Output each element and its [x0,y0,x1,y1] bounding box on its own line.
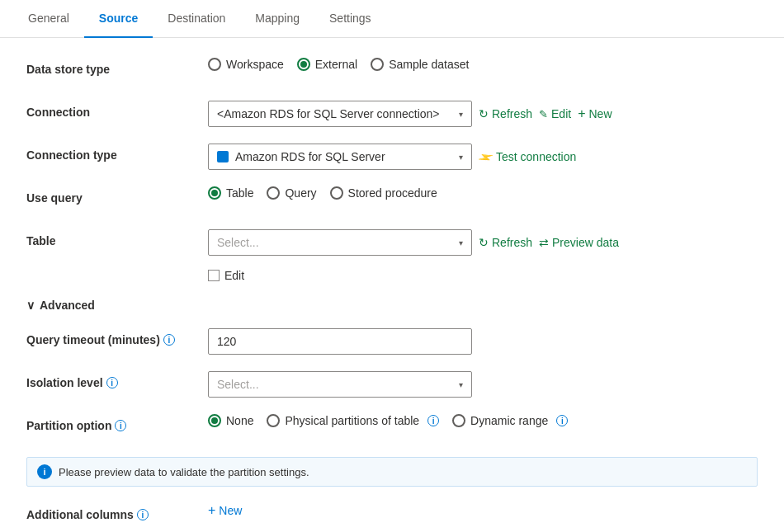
isolation-level-controls: Select... ▾ [208,371,758,398]
connection-chevron-icon: ▾ [459,110,463,119]
connection-new-plus-icon: + [578,106,585,121]
table-edit-checkbox[interactable] [208,270,220,281]
isolation-level-placeholder: Select... [217,378,452,391]
data-store-type-label: Data store type [26,58,208,76]
use-query-controls: Table Query Stored procedure [208,186,758,200]
data-store-type-row: Data store type Workspace External Sampl… [26,58,758,84]
connection-new-link[interactable]: + New [578,106,612,121]
table-refresh-icon: ↻ [479,236,489,249]
connection-type-value: Amazon RDS for SQL Server [235,150,452,163]
isolation-level-row: Isolation level i Select... ▾ [26,371,758,398]
tab-general[interactable]: General [13,0,84,38]
radio-sample-outer [371,58,384,71]
connection-refresh-label: Refresh [492,107,532,120]
data-store-type-controls: Workspace External Sample dataset [208,58,758,71]
query-timeout-input[interactable] [208,328,472,355]
radio-table[interactable]: Table [208,186,253,200]
connection-type-chevron-icon: ▾ [459,153,463,162]
radio-physical-info-icon: i [427,415,439,426]
partition-option-info-icon: i [115,420,126,431]
partition-option-row: Partition option i None Physical partiti… [26,414,758,440]
table-refresh-link[interactable]: ↻ Refresh [479,236,532,249]
test-connection-label: Test connection [496,150,576,163]
additional-columns-plus-icon: + [208,503,215,518]
radio-workspace[interactable]: Workspace [208,58,284,71]
use-query-row: Use query Table Query Stored procedure [26,186,758,213]
radio-none-outer [208,414,221,427]
partition-option-controls: None Physical partitions of table i Dyna… [208,414,758,427]
radio-workspace-label: Workspace [226,58,284,71]
connection-refresh-link[interactable]: ↻ Refresh [479,107,532,120]
isolation-level-label: Isolation level i [26,371,208,389]
info-banner-text: Please preview data to validate the part… [59,466,309,478]
use-query-radio-group: Table Query Stored procedure [208,186,437,200]
table-edit-checkbox-label: Edit [224,269,244,282]
radio-physical[interactable]: Physical partitions of table i [267,414,439,427]
table-placeholder: Select... [217,236,452,249]
tab-settings[interactable]: Settings [314,0,386,38]
partition-option-label: Partition option i [26,414,208,432]
connection-edit-icon: ✎ [539,108,548,120]
table-dropdown[interactable]: Select... ▾ [208,229,472,256]
table-chevron-icon: ▾ [459,238,463,247]
radio-query-label: Query [285,186,316,200]
radio-dynamic-outer [452,414,465,427]
table-preview-icon: ⇄ [539,236,549,249]
radio-dynamic[interactable]: Dynamic range i [452,414,568,427]
isolation-level-dropdown[interactable]: Select... ▾ [208,371,472,398]
radio-query[interactable]: Query [267,186,316,200]
info-banner: i Please preview data to validate the pa… [26,457,758,487]
use-query-label: Use query [26,186,208,205]
table-edit-checkbox-wrapper[interactable]: Edit [208,269,244,282]
radio-physical-outer [267,414,280,427]
additional-columns-new-button[interactable]: + New [208,503,242,518]
radio-none-label: None [226,414,253,427]
tab-destination[interactable]: Destination [153,0,240,38]
connection-type-label: Connection type [26,144,208,162]
tab-bar: General Source Destination Mapping Setti… [0,0,784,38]
advanced-toggle[interactable]: ∨ Advanced [26,299,758,312]
additional-columns-label: Additional columns i [26,503,208,521]
radio-physical-label: Physical partitions of table [285,414,419,427]
radio-table-inner [211,190,218,196]
radio-stored-proc-outer [330,186,343,200]
data-store-type-radio-group: Workspace External Sample dataset [208,58,469,71]
radio-table-label: Table [226,186,253,200]
table-refresh-label: Refresh [492,236,532,249]
connection-dropdown[interactable]: <Amazon RDS for SQL Server connection> ▾ [208,101,472,127]
connection-value: <Amazon RDS for SQL Server connection> [217,107,452,120]
table-controls: Select... ▾ ↻ Refresh ⇄ Preview data Edi… [208,229,758,282]
tab-mapping[interactable]: Mapping [240,0,314,38]
query-timeout-row: Query timeout (minutes) i [26,328,758,355]
radio-none[interactable]: None [208,414,253,427]
isolation-level-chevron-icon: ▾ [459,380,463,389]
radio-dynamic-label: Dynamic range [470,414,548,427]
query-timeout-info-icon: i [163,334,175,346]
connection-type-row: Connection type Amazon RDS for SQL Serve… [26,144,758,170]
additional-columns-controls: + New [208,503,758,518]
radio-sample-label: Sample dataset [389,58,469,71]
radio-sample[interactable]: Sample dataset [371,58,469,71]
advanced-collapse-icon: ∨ [26,299,35,312]
connection-type-dropdown[interactable]: Amazon RDS for SQL Server ▾ [208,144,472,170]
radio-external-inner [300,61,307,68]
conn-type-icon [217,151,229,162]
advanced-label: Advanced [40,299,95,312]
connection-refresh-icon: ↻ [479,107,489,120]
additional-columns-row: Additional columns i + New [26,503,758,530]
connection-type-controls: Amazon RDS for SQL Server ▾ ⚡ Test conne… [208,144,758,170]
radio-external[interactable]: External [297,58,357,71]
table-preview-link[interactable]: ⇄ Preview data [539,236,619,249]
radio-workspace-outer [208,58,221,71]
connection-new-label: New [589,107,612,120]
tab-source[interactable]: Source [84,0,153,38]
connection-edit-link[interactable]: ✎ Edit [539,107,571,120]
table-preview-label: Preview data [552,236,619,249]
table-label: Table [26,229,208,247]
isolation-level-info-icon: i [106,377,118,388]
test-connection-link[interactable]: ⚡ Test connection [479,150,576,163]
radio-stored-proc[interactable]: Stored procedure [330,186,437,200]
additional-columns-new-label: New [219,504,242,517]
connection-controls: <Amazon RDS for SQL Server connection> ▾… [208,101,758,127]
query-timeout-controls [208,328,758,355]
